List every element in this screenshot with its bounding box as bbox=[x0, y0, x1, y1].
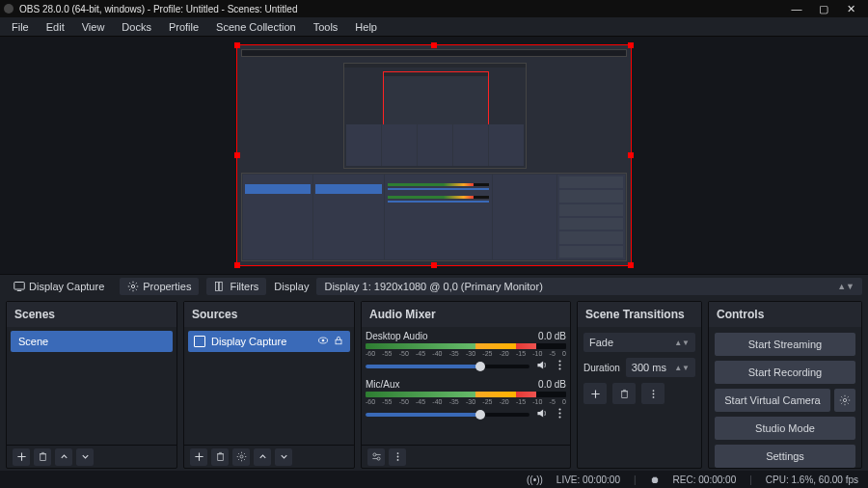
mixer-menu-button[interactable] bbox=[389, 448, 406, 466]
source-item-label: Display Capture bbox=[211, 336, 286, 347]
menu-edit[interactable]: Edit bbox=[39, 19, 72, 35]
svg-point-20 bbox=[396, 456, 398, 458]
source-bounding-box[interactable] bbox=[236, 44, 632, 266]
channel-menu-button[interactable] bbox=[554, 407, 566, 421]
start-recording-button[interactable]: Start Recording bbox=[715, 361, 855, 384]
add-source-button[interactable] bbox=[190, 448, 207, 466]
svg-point-14 bbox=[558, 408, 560, 410]
svg-point-21 bbox=[396, 459, 398, 461]
display-label: Display bbox=[274, 281, 309, 292]
spinner-icon: ▲▼ bbox=[674, 339, 690, 347]
resize-handle[interactable] bbox=[234, 262, 240, 268]
status-rec: REC: 00:00:00 bbox=[673, 474, 737, 485]
start-streaming-button[interactable]: Start Streaming bbox=[715, 333, 855, 356]
channel-name: Desktop Audio bbox=[366, 331, 428, 341]
separator: | bbox=[634, 474, 637, 485]
close-button[interactable]: ✕ bbox=[837, 3, 864, 15]
source-down-button[interactable] bbox=[275, 448, 292, 466]
svg-point-7 bbox=[322, 339, 325, 342]
mixer-channel: Mic/Aux0.0 dB -60-55-50-45-40-35-30-25-2… bbox=[366, 379, 566, 421]
resize-handle[interactable] bbox=[628, 152, 634, 158]
remove-transition-button[interactable] bbox=[612, 383, 636, 404]
gear-icon bbox=[127, 281, 139, 292]
source-up-button[interactable] bbox=[254, 448, 271, 466]
duration-value: 300 ms bbox=[632, 362, 666, 373]
audio-mixer-dock: Audio Mixer Desktop Audio0.0 dB -60-55-5… bbox=[361, 301, 571, 469]
svg-point-26 bbox=[843, 398, 846, 401]
visibility-icon[interactable] bbox=[317, 335, 329, 348]
source-item[interactable]: Display Capture bbox=[188, 331, 350, 352]
mixer-title: Audio Mixer bbox=[362, 302, 570, 327]
start-virtual-camera-button[interactable]: Start Virtual Camera bbox=[715, 389, 830, 412]
sources-title: Sources bbox=[184, 302, 354, 327]
filters-icon bbox=[214, 281, 226, 292]
separator: | bbox=[749, 474, 752, 485]
svg-point-11 bbox=[558, 360, 560, 362]
svg-rect-0 bbox=[14, 282, 25, 289]
svg-point-15 bbox=[558, 412, 560, 414]
resize-handle[interactable] bbox=[431, 262, 437, 268]
scene-item[interactable]: Scene bbox=[11, 331, 173, 352]
nested-titlebar bbox=[241, 49, 627, 57]
add-scene-button[interactable] bbox=[13, 448, 30, 466]
minimize-button[interactable]: — bbox=[783, 3, 810, 14]
transition-properties-button[interactable] bbox=[641, 383, 665, 404]
duration-input[interactable]: 300 ms ▲▼ bbox=[626, 358, 695, 377]
menu-file[interactable]: File bbox=[4, 19, 37, 35]
menu-tools[interactable]: Tools bbox=[306, 19, 346, 35]
resize-handle[interactable] bbox=[628, 42, 634, 48]
resize-handle[interactable] bbox=[431, 42, 437, 48]
advanced-audio-button[interactable] bbox=[367, 448, 385, 466]
filters-button[interactable]: Filters bbox=[206, 278, 266, 295]
speaker-icon[interactable] bbox=[535, 407, 548, 421]
selected-source-text: Display Capture bbox=[29, 281, 104, 292]
spinner-icon: ▲▼ bbox=[674, 364, 690, 372]
volume-slider[interactable] bbox=[366, 413, 529, 417]
volume-slider[interactable] bbox=[366, 365, 529, 368]
properties-button[interactable]: Properties bbox=[120, 278, 199, 295]
channel-menu-button[interactable] bbox=[554, 359, 566, 373]
menu-docks[interactable]: Docks bbox=[114, 19, 159, 35]
meter-ticks: -60-55-50-45-40-35-30-25-20-15-10-50 bbox=[366, 398, 566, 405]
controls-dock: Controls Start Streaming Start Recording… bbox=[708, 301, 862, 469]
resize-handle[interactable] bbox=[234, 42, 240, 48]
display-icon bbox=[194, 336, 205, 347]
mixer-channel: Desktop Audio0.0 dB -60-55-50-45-40-35-3… bbox=[366, 331, 566, 373]
remove-scene-button[interactable] bbox=[34, 448, 51, 466]
status-cpu: CPU: 1.6%, 60.00 fps bbox=[766, 474, 858, 485]
svg-point-23 bbox=[652, 390, 654, 392]
menu-help[interactable]: Help bbox=[347, 19, 385, 35]
menu-scene-collection[interactable]: Scene Collection bbox=[208, 19, 304, 35]
scene-down-button[interactable] bbox=[76, 448, 94, 466]
studio-mode-button[interactable]: Studio Mode bbox=[715, 417, 855, 440]
preview-canvas[interactable] bbox=[0, 37, 868, 274]
audio-meter bbox=[366, 392, 566, 397]
transition-select[interactable]: Fade ▲▼ bbox=[583, 333, 695, 352]
lock-icon[interactable] bbox=[333, 335, 344, 348]
selected-source-label: Display Capture bbox=[6, 278, 112, 295]
menu-profile[interactable]: Profile bbox=[161, 19, 206, 35]
speaker-icon[interactable] bbox=[535, 359, 548, 373]
display-icon bbox=[14, 281, 25, 292]
resize-handle[interactable] bbox=[234, 152, 240, 158]
statusbar: ((•)) LIVE: 00:00:00 | ⏺ REC: 00:00:00 |… bbox=[0, 471, 868, 488]
menu-view[interactable]: View bbox=[74, 19, 113, 35]
svg-point-2 bbox=[132, 285, 135, 287]
add-transition-button[interactable] bbox=[583, 383, 607, 404]
transitions-dock: Scene Transitions Fade ▲▼ Duration 300 m… bbox=[577, 301, 702, 469]
settings-button[interactable]: Settings bbox=[715, 445, 855, 468]
virtual-camera-config-button[interactable] bbox=[834, 389, 855, 412]
display-select[interactable]: Display 1: 1920x1080 @ 0,0 (Primary Moni… bbox=[316, 278, 862, 295]
remove-source-button[interactable] bbox=[211, 448, 229, 466]
svg-point-16 bbox=[558, 417, 560, 419]
meter-ticks: -60-55-50-45-40-35-30-25-20-15-10-50 bbox=[366, 350, 566, 357]
controls-title: Controls bbox=[709, 302, 861, 327]
svg-rect-4 bbox=[220, 282, 223, 290]
nested-docks bbox=[241, 173, 627, 261]
maximize-button[interactable]: ▢ bbox=[810, 3, 837, 15]
scene-up-button[interactable] bbox=[55, 448, 72, 466]
source-properties-button[interactable] bbox=[232, 448, 250, 466]
resize-handle[interactable] bbox=[628, 262, 634, 268]
duration-label: Duration bbox=[583, 363, 620, 373]
source-context-bar: Display Capture Properties Filters Displ… bbox=[0, 274, 868, 297]
